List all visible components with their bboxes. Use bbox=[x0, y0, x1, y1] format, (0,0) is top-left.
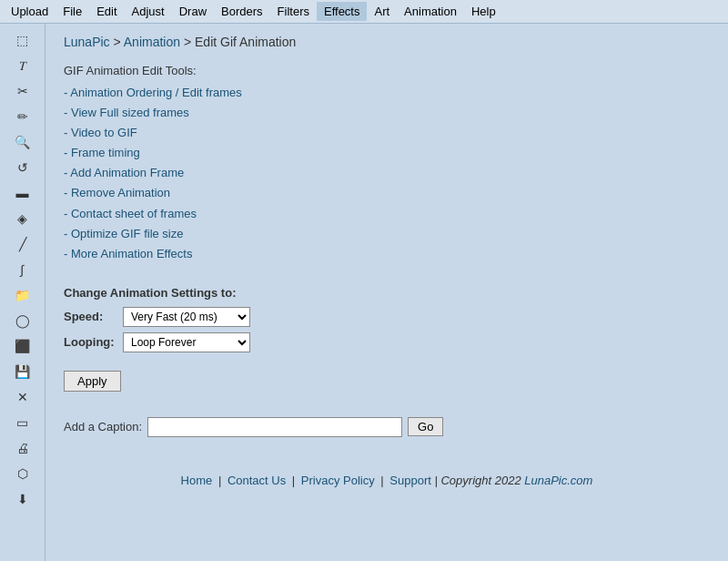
tool-links-list: Animation Ordering / Edit framesView Ful… bbox=[64, 83, 710, 264]
looping-select[interactable]: Loop ForeverLoop OnceNo Loop bbox=[123, 332, 250, 352]
gif-tools-title: GIF Animation Edit Tools: bbox=[64, 64, 710, 77]
brand-link[interactable]: LunaPic.com bbox=[524, 474, 592, 487]
menu-item-borders[interactable]: Borders bbox=[214, 2, 270, 21]
settings-title: Change Animation Settings to: bbox=[64, 286, 710, 300]
home-link[interactable]: Home bbox=[181, 474, 213, 487]
caption-section: Add a Caption: Go bbox=[64, 417, 710, 437]
sidebar-tool-3[interactable]: ✏ bbox=[9, 106, 36, 128]
sidebar-tool-9[interactable]: ∫ bbox=[9, 259, 36, 280]
optimize-gif-link[interactable]: Optimize GIF file size bbox=[64, 224, 710, 244]
add-animation-frame-link[interactable]: Add Animation Frame bbox=[64, 163, 710, 183]
sidebar-tool-0[interactable]: ⬚ bbox=[9, 29, 36, 51]
go-button[interactable]: Go bbox=[408, 417, 443, 436]
menu-item-help[interactable]: Help bbox=[464, 2, 503, 21]
main-layout: ⬚𝑇✂✏🔍↺▬◈╱∫📁◯⬛💾✕▭🖨⬡⬇ LunaPic > Animation … bbox=[0, 24, 728, 561]
looping-row: Looping: Loop ForeverLoop OnceNo Loop bbox=[64, 332, 710, 352]
sidebar-tool-6[interactable]: ▬ bbox=[9, 182, 36, 204]
animation-link[interactable]: Animation bbox=[124, 35, 180, 49]
sidebar-tool-10[interactable]: 📁 bbox=[9, 284, 36, 306]
menu-item-file[interactable]: File bbox=[56, 2, 89, 21]
caption-input[interactable] bbox=[147, 417, 402, 437]
menu-item-art[interactable]: Art bbox=[367, 2, 397, 21]
looping-label: Looping: bbox=[64, 335, 123, 349]
apply-button[interactable]: Apply bbox=[64, 371, 121, 392]
caption-label: Add a Caption: bbox=[64, 420, 142, 434]
sidebar-tool-12[interactable]: ⬛ bbox=[9, 335, 36, 357]
more-animation-effects-link[interactable]: More Animation Effects bbox=[64, 244, 710, 264]
view-full-frames-link[interactable]: View Full sized frames bbox=[64, 103, 710, 123]
menu-bar: UploadFileEditAdjustDrawBordersFiltersEf… bbox=[0, 0, 728, 24]
video-to-gif-link[interactable]: Video to GIF bbox=[64, 123, 710, 143]
speed-select[interactable]: Very Fast (20 ms)Fast (50 ms)Medium (100… bbox=[123, 307, 250, 327]
menu-item-upload[interactable]: Upload bbox=[4, 2, 56, 21]
sidebar-tool-17[interactable]: ⬡ bbox=[9, 463, 36, 484]
sidebar: ⬚𝑇✂✏🔍↺▬◈╱∫📁◯⬛💾✕▭🖨⬡⬇ bbox=[0, 24, 46, 561]
content-area: LunaPic > Animation > Edit Gif Animation… bbox=[46, 24, 728, 561]
settings-section: Change Animation Settings to: Speed: Ver… bbox=[64, 286, 710, 392]
sidebar-tool-5[interactable]: ↺ bbox=[9, 157, 36, 178]
privacy-link[interactable]: Privacy Policy bbox=[301, 474, 375, 487]
menu-item-effects[interactable]: Effects bbox=[317, 2, 368, 21]
sidebar-tool-14[interactable]: ✕ bbox=[9, 386, 36, 408]
breadcrumb: LunaPic > Animation > Edit Gif Animation bbox=[64, 35, 710, 49]
sidebar-tool-4[interactable]: 🔍 bbox=[9, 131, 36, 153]
sidebar-tool-15[interactable]: ▭ bbox=[9, 412, 36, 434]
menu-item-adjust[interactable]: Adjust bbox=[125, 2, 172, 21]
sidebar-tool-1[interactable]: 𝑇 bbox=[9, 55, 36, 76]
menu-item-filters[interactable]: Filters bbox=[270, 2, 317, 21]
remove-animation-link[interactable]: Remove Animation bbox=[64, 183, 710, 203]
sidebar-tool-16[interactable]: 🖨 bbox=[9, 437, 36, 459]
frame-timing-link[interactable]: Frame timing bbox=[64, 143, 710, 163]
sidebar-tool-13[interactable]: 💾 bbox=[9, 361, 36, 382]
lunapic-link[interactable]: LunaPic bbox=[64, 35, 110, 49]
sidebar-tool-8[interactable]: ╱ bbox=[9, 233, 36, 255]
menu-item-draw[interactable]: Draw bbox=[172, 2, 214, 21]
contact-sheet-link[interactable]: Contact sheet of frames bbox=[64, 204, 710, 224]
footer: Home | Contact Us | Privacy Policy | Sup… bbox=[64, 474, 710, 487]
sidebar-tool-11[interactable]: ◯ bbox=[9, 310, 36, 332]
support-link[interactable]: Support bbox=[389, 474, 431, 487]
speed-row: Speed: Very Fast (20 ms)Fast (50 ms)Medi… bbox=[64, 307, 710, 327]
menu-item-animation[interactable]: Animation bbox=[397, 2, 464, 21]
contact-link[interactable]: Contact Us bbox=[228, 474, 286, 487]
animation-ordering-link[interactable]: Animation Ordering / Edit frames bbox=[64, 83, 710, 103]
sidebar-tool-18[interactable]: ⬇ bbox=[9, 488, 36, 510]
gif-tools-section: GIF Animation Edit Tools: Animation Orde… bbox=[64, 64, 710, 264]
speed-label: Speed: bbox=[64, 310, 123, 323]
sidebar-tool-7[interactable]: ◈ bbox=[9, 208, 36, 230]
sidebar-tool-2[interactable]: ✂ bbox=[9, 80, 36, 102]
menu-item-edit[interactable]: Edit bbox=[89, 2, 124, 21]
